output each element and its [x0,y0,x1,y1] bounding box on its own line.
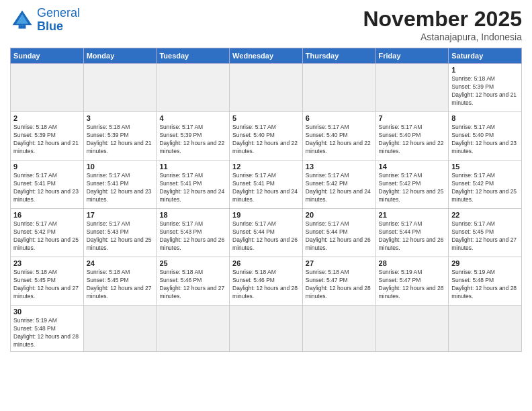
logo-general: General [37,6,80,19]
calendar: Sunday Monday Tuesday Wednesday Thursday… [10,48,522,352]
day-30: 30 Sunrise: 5:19 AMSunset: 5:48 PMDaylig… [11,306,84,352]
empty-cell [230,64,303,112]
empty-cell [230,306,303,352]
day-number: 29 [451,259,519,267]
empty-cell [83,306,157,352]
day-info: Sunrise: 5:17 AMSunset: 5:45 PMDaylight:… [451,220,519,253]
day-number: 25 [159,259,226,267]
day-info: Sunrise: 5:18 AMSunset: 5:45 PMDaylight:… [13,269,81,301]
day-26: 26 Sunrise: 5:18 AMSunset: 5:46 PMDaylig… [230,257,303,306]
table-row: 2 Sunrise: 5:18 AMSunset: 5:39 PMDayligh… [11,112,522,161]
day-17: 17 Sunrise: 5:17 AMSunset: 5:43 PMDaylig… [83,209,157,257]
table-row: 16 Sunrise: 5:17 AMSunset: 5:42 PMDaylig… [11,209,522,257]
logo: General Blue [10,7,80,34]
empty-cell [157,64,230,112]
day-6: 6 Sunrise: 5:17 AMSunset: 5:40 PMDayligh… [302,112,375,161]
page: General Blue November 2025 Astanajapura,… [0,0,532,411]
day-number: 15 [451,163,519,171]
day-number: 17 [87,211,154,219]
day-1: 1 Sunrise: 5:18 AMSunset: 5:39 PMDayligh… [449,64,522,112]
day-11: 11 Sunrise: 5:17 AMSunset: 5:41 PMDaylig… [157,161,230,209]
day-info: Sunrise: 5:17 AMSunset: 5:41 PMDaylight:… [87,172,154,204]
day-number: 3 [87,114,154,122]
logo-blue: Blue [37,19,63,33]
month-title: November 2025 [363,7,522,32]
day-info: Sunrise: 5:17 AMSunset: 5:42 PMDaylight:… [451,172,519,204]
day-info: Sunrise: 5:17 AMSunset: 5:40 PMDaylight:… [451,124,519,156]
day-16: 16 Sunrise: 5:17 AMSunset: 5:42 PMDaylig… [11,209,84,257]
day-number: 23 [13,259,81,267]
day-info: Sunrise: 5:19 AMSunset: 5:48 PMDaylight:… [451,269,519,301]
day-number: 21 [379,211,446,219]
day-18: 18 Sunrise: 5:17 AMSunset: 5:43 PMDaylig… [157,209,230,257]
day-number: 13 [306,163,373,171]
day-28: 28 Sunrise: 5:19 AMSunset: 5:47 PMDaylig… [375,257,449,306]
empty-cell [83,64,157,112]
day-info: Sunrise: 5:17 AMSunset: 5:42 PMDaylight:… [306,172,373,204]
subtitle: Astanajapura, Indonesia [363,32,522,42]
day-info: Sunrise: 5:18 AMSunset: 5:39 PMDaylight:… [87,124,154,156]
day-info: Sunrise: 5:17 AMSunset: 5:39 PMDaylight:… [159,124,226,156]
table-row: 23 Sunrise: 5:18 AMSunset: 5:45 PMDaylig… [11,257,522,306]
empty-cell [302,306,375,352]
weekday-header-row: Sunday Monday Tuesday Wednesday Thursday… [11,48,522,64]
day-number: 6 [306,114,373,122]
day-number: 8 [451,114,519,122]
day-23: 23 Sunrise: 5:18 AMSunset: 5:45 PMDaylig… [11,257,84,306]
table-row: 9 Sunrise: 5:17 AMSunset: 5:41 PMDayligh… [11,161,522,209]
day-20: 20 Sunrise: 5:17 AMSunset: 5:44 PMDaylig… [302,209,375,257]
header-tuesday: Tuesday [157,48,230,64]
day-number: 16 [13,211,81,219]
day-27: 27 Sunrise: 5:18 AMSunset: 5:47 PMDaylig… [302,257,375,306]
day-number: 28 [379,259,446,267]
day-info: Sunrise: 5:19 AMSunset: 5:48 PMDaylight:… [13,317,81,349]
header-friday: Friday [375,48,449,64]
day-info: Sunrise: 5:17 AMSunset: 5:41 PMDaylight:… [159,172,226,204]
day-info: Sunrise: 5:17 AMSunset: 5:43 PMDaylight:… [87,220,154,253]
logo-icon [10,8,34,32]
day-15: 15 Sunrise: 5:17 AMSunset: 5:42 PMDaylig… [449,161,522,209]
day-29: 29 Sunrise: 5:19 AMSunset: 5:48 PMDaylig… [449,257,522,306]
day-2: 2 Sunrise: 5:18 AMSunset: 5:39 PMDayligh… [11,112,84,161]
day-25: 25 Sunrise: 5:18 AMSunset: 5:46 PMDaylig… [157,257,230,306]
day-number: 11 [159,163,226,171]
day-number: 1 [451,66,519,74]
table-row: 1 Sunrise: 5:18 AMSunset: 5:39 PMDayligh… [11,64,522,112]
header-monday: Monday [83,48,157,64]
header-sunday: Sunday [11,48,84,64]
day-info: Sunrise: 5:17 AMSunset: 5:41 PMDaylight:… [232,172,300,204]
day-info: Sunrise: 5:18 AMSunset: 5:46 PMDaylight:… [232,269,300,301]
day-19: 19 Sunrise: 5:17 AMSunset: 5:44 PMDaylig… [230,209,303,257]
table-row: 30 Sunrise: 5:19 AMSunset: 5:48 PMDaylig… [11,306,522,352]
day-3: 3 Sunrise: 5:18 AMSunset: 5:39 PMDayligh… [83,112,157,161]
day-info: Sunrise: 5:18 AMSunset: 5:45 PMDaylight:… [87,269,154,301]
empty-cell [375,64,449,112]
day-number: 10 [87,163,154,171]
day-info: Sunrise: 5:17 AMSunset: 5:44 PMDaylight:… [232,220,300,253]
empty-cell [157,306,230,352]
day-number: 18 [159,211,226,219]
empty-cell [375,306,449,352]
day-info: Sunrise: 5:18 AMSunset: 5:46 PMDaylight:… [159,269,226,301]
day-number: 5 [232,114,300,122]
header-thursday: Thursday [302,48,375,64]
day-number: 24 [87,259,154,267]
day-number: 26 [232,259,300,267]
day-info: Sunrise: 5:17 AMSunset: 5:42 PMDaylight:… [13,220,81,253]
day-info: Sunrise: 5:17 AMSunset: 5:43 PMDaylight:… [159,220,226,253]
day-number: 7 [379,114,446,122]
day-22: 22 Sunrise: 5:17 AMSunset: 5:45 PMDaylig… [449,209,522,257]
day-number: 27 [306,259,373,267]
day-number: 14 [379,163,446,171]
day-number: 9 [13,163,81,171]
day-number: 30 [13,308,81,316]
day-info: Sunrise: 5:17 AMSunset: 5:40 PMDaylight:… [379,124,446,156]
day-12: 12 Sunrise: 5:17 AMSunset: 5:41 PMDaylig… [230,161,303,209]
day-4: 4 Sunrise: 5:17 AMSunset: 5:39 PMDayligh… [157,112,230,161]
day-info: Sunrise: 5:17 AMSunset: 5:41 PMDaylight:… [13,172,81,204]
day-info: Sunrise: 5:18 AMSunset: 5:39 PMDaylight:… [451,75,519,107]
day-number: 22 [451,211,519,219]
empty-cell [11,64,84,112]
header-wednesday: Wednesday [230,48,303,64]
day-info: Sunrise: 5:17 AMSunset: 5:42 PMDaylight:… [379,172,446,204]
